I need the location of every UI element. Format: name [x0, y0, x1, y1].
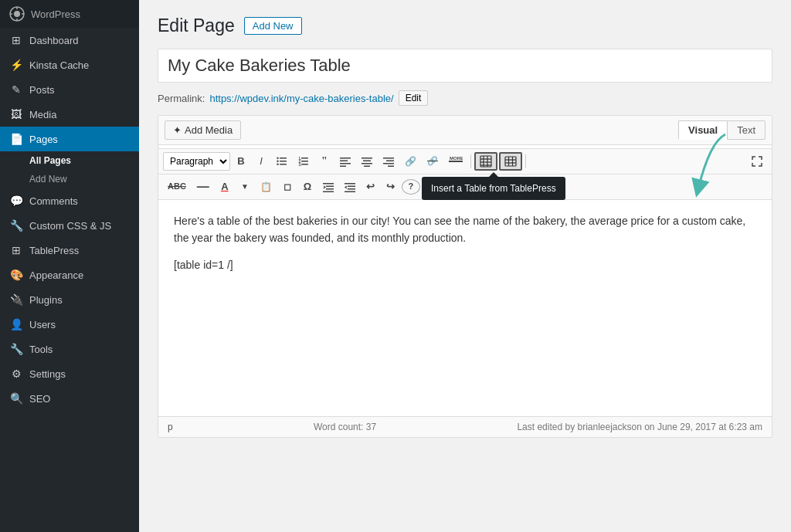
toolbar-separator-2 [525, 154, 526, 168]
svg-rect-48 [348, 186, 355, 188]
svg-text:MORE: MORE [450, 156, 463, 161]
unlink-button[interactable]: 🔗 [423, 152, 443, 171]
editor-body[interactable]: Here's a table of the best bakeries in o… [158, 200, 772, 416]
svg-rect-49 [348, 188, 355, 190]
posts-icon: ✎ [9, 83, 23, 96]
sidebar-label-dashboard: Dashboard [29, 35, 79, 46]
sidebar-item-posts[interactable]: ✎ Posts [0, 77, 139, 102]
blockquote-button[interactable]: " [315, 152, 334, 171]
permalink-url[interactable]: https://wpdev.ink/my-cake-bakeries-table… [209, 93, 393, 104]
plugins-icon: 🔌 [9, 293, 23, 306]
svg-text:3.: 3. [299, 163, 302, 167]
add-media-button[interactable]: ✦ Add Media [165, 120, 241, 140]
ol-button[interactable]: 1.2.3. [294, 152, 314, 171]
text-color-dropdown[interactable]: ▼ [236, 178, 254, 196]
editor-shortcode: [table id=1 /] [174, 256, 756, 273]
italic-button[interactable]: I [252, 152, 270, 171]
tools-icon: 🔧 [9, 343, 23, 355]
svg-rect-28 [383, 163, 394, 164]
outdent-button[interactable] [340, 178, 360, 196]
sidebar-item-users[interactable]: 👤 Users [0, 312, 139, 337]
svg-rect-22 [362, 158, 372, 159]
undo-button[interactable]: ↩ [362, 178, 380, 196]
sidebar-item-tablepress[interactable]: ⊞ TablePress [0, 238, 139, 263]
path-indicator: p [168, 422, 173, 432]
sidebar-label-posts: Posts [29, 84, 55, 96]
ul-button[interactable] [272, 152, 292, 171]
seo-icon: 🔍 [9, 392, 23, 405]
editor-paragraph: Here's a table of the best bakeries in o… [174, 212, 756, 247]
tab-text[interactable]: Text [727, 120, 766, 140]
editor-container: ✦ Add Media Visual Text Paragraph B I 1.… [158, 115, 772, 438]
help-button[interactable]: ? [402, 179, 420, 195]
sidebar-sub-add-new[interactable]: Add New [0, 170, 139, 188]
sidebar-item-kinsta-cache[interactable]: ⚡ Kinsta Cache [0, 53, 139, 77]
sidebar-item-dashboard[interactable]: ⊞ Dashboard [0, 28, 139, 53]
sidebar-label-tools: Tools [29, 344, 53, 355]
sidebar-label-users: Users [29, 319, 56, 330]
comments-icon: 💬 [9, 195, 23, 207]
dashboard-icon: ⊞ [9, 34, 23, 46]
svg-rect-44 [326, 186, 334, 188]
text-color-button[interactable]: A [216, 178, 234, 196]
redo-button[interactable]: ↪ [382, 178, 400, 196]
tablepress-insert-button[interactable] [499, 152, 522, 171]
site-name: WordPress [31, 8, 80, 20]
sidebar-label-tablepress: TablePress [29, 245, 79, 256]
tablepress-icon: ⊞ [9, 244, 23, 256]
paragraph-select[interactable]: Paragraph [163, 152, 230, 171]
sidebar-item-seo[interactable]: 🔍 SEO [0, 386, 139, 411]
align-center-button[interactable] [357, 152, 377, 171]
special-chars-button[interactable]: Ω [298, 178, 317, 196]
add-new-button[interactable]: Add New [244, 17, 302, 35]
table-button[interactable] [474, 152, 497, 171]
svg-rect-6 [280, 158, 287, 159]
tab-visual[interactable]: Visual [678, 120, 727, 140]
main-content: Edit Page Add New Permalink: https://wpd… [139, 0, 791, 532]
sidebar-item-custom-css-js[interactable]: 🔧 Custom CSS & JS [0, 213, 139, 238]
align-left-button[interactable] [335, 152, 355, 171]
svg-rect-12 [301, 158, 308, 159]
media-icon: 🖼 [9, 108, 23, 120]
sidebar-label-pages: Pages [29, 134, 58, 145]
link-button[interactable]: 🔗 [400, 152, 421, 171]
svg-point-9 [277, 158, 278, 159]
toolbar-row-1: Paragraph B I 1.2.3. " 🔗 🔗 MORE [158, 148, 772, 175]
toolbar-row-2: ABC — A ▼ 📋 ◻ Ω ↩ ↪ ? [158, 175, 772, 200]
indent-button[interactable] [318, 178, 338, 196]
svg-rect-30 [449, 161, 463, 162]
sidebar-item-settings[interactable]: ⚙ Settings [0, 361, 139, 386]
sidebar-item-plugins[interactable]: 🔌 Plugins [0, 287, 139, 312]
sidebar-item-tools[interactable]: 🔧 Tools [0, 337, 139, 361]
permalink-edit-button[interactable]: Edit [399, 90, 429, 106]
sidebar-item-appearance[interactable]: 🎨 Appearance [0, 263, 139, 287]
bold-button[interactable]: B [232, 152, 250, 171]
svg-rect-14 [301, 164, 308, 165]
clear-format-button[interactable]: ◻ [278, 178, 297, 196]
svg-rect-24 [362, 163, 372, 164]
hr-button[interactable]: — [192, 178, 214, 196]
sidebar-label-appearance: Appearance [29, 269, 83, 281]
svg-rect-26 [383, 158, 394, 159]
sidebar-item-comments[interactable]: 💬 Comments [0, 188, 139, 213]
more-break-button[interactable]: MORE [444, 152, 467, 171]
strikethrough-button[interactable]: ABC [163, 178, 191, 196]
page-title: Edit Page [158, 15, 235, 36]
sidebar-item-media[interactable]: 🖼 Media [0, 102, 139, 127]
svg-rect-38 [505, 157, 516, 166]
svg-rect-21 [340, 166, 346, 168]
svg-rect-46 [323, 191, 334, 193]
align-right-button[interactable] [379, 152, 399, 171]
sidebar-label-comments: Comments [29, 195, 78, 207]
page-title-input[interactable] [158, 49, 772, 83]
word-count: Word count: 37 [314, 422, 376, 432]
sidebar-sub-all-pages[interactable]: All Pages [0, 151, 139, 170]
paste-text-button[interactable]: 📋 [256, 178, 277, 196]
sidebar-logo[interactable]: WordPress [0, 0, 139, 28]
sidebar-item-pages[interactable]: 📄 Pages [0, 127, 139, 151]
sidebar-label-seo: SEO [29, 393, 50, 405]
svg-point-11 [277, 164, 278, 165]
editor-footer: p Word count: 37 Last edited by brianlee… [158, 416, 772, 437]
sidebar-label-kinsta-cache: Kinsta Cache [29, 59, 89, 71]
expand-button[interactable] [747, 152, 767, 171]
